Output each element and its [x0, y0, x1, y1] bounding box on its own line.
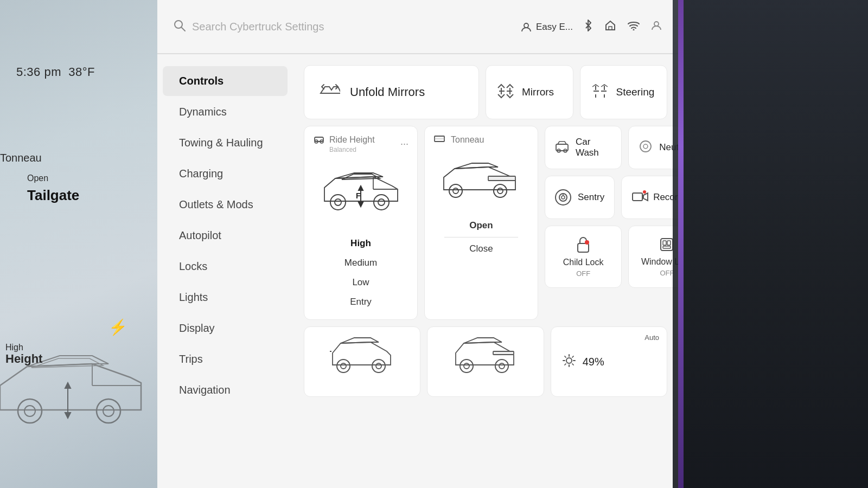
svg-point-70 — [464, 363, 469, 369]
profile-icon — [651, 20, 662, 34]
child-lock-tile[interactable]: Child Lock OFF — [545, 226, 622, 288]
partial-tile-2[interactable] — [427, 326, 544, 397]
ride-option-low[interactable]: Low — [313, 273, 409, 292]
brightness-value: 49% — [583, 356, 604, 368]
tonneau-option-open[interactable]: Open — [433, 216, 529, 235]
wifi-icon — [627, 21, 640, 33]
steering-icon — [591, 84, 609, 101]
window-lock-tile[interactable]: Window Lock OFF — [628, 226, 678, 288]
neutral-icon — [639, 139, 653, 156]
sidebar-item-display[interactable]: Display — [163, 313, 288, 343]
second-row: Ride Height Balanced ··· — [304, 126, 667, 320]
steering-label: Steering — [616, 86, 655, 98]
unfold-mirrors-icon — [320, 82, 340, 102]
sidebar-item-locks[interactable]: Locks — [163, 252, 288, 281]
svg-point-38 — [449, 184, 462, 197]
main-panel: Search Cybertruck Settings Easy E... — [157, 0, 678, 488]
ride-height-car-illustration: F — [304, 158, 417, 228]
svg-point-5 — [103, 406, 114, 416]
auto-badge: Auto — [644, 333, 659, 342]
svg-point-48 — [643, 144, 648, 149]
sidebar-item-autopilot[interactable]: Autopilot — [163, 221, 288, 251]
content-area: Unfold Mirrors Mirrors — [293, 54, 678, 488]
car-interior-right — [673, 0, 868, 488]
svg-point-64 — [341, 363, 346, 369]
svg-point-4 — [97, 399, 120, 423]
svg-point-71 — [495, 359, 508, 373]
tailgate-label: Tailgate — [27, 187, 79, 204]
svg-point-16 — [633, 29, 635, 31]
sidebar-item-trips[interactable]: Trips — [163, 344, 288, 374]
child-lock-label: Child Lock — [563, 258, 604, 267]
svg-rect-42 — [488, 176, 515, 181]
sidebar-item-controls[interactable]: Controls — [163, 66, 288, 96]
bluetooth-icon — [584, 20, 593, 34]
top-tile-row: Unfold Mirrors Mirrors — [304, 65, 667, 119]
child-window-lock-row: Child Lock OFF Window Lock — [545, 226, 678, 288]
svg-point-26 — [378, 199, 385, 206]
svg-rect-18 — [315, 137, 323, 142]
svg-point-23 — [330, 195, 346, 210]
svg-marker-31 — [359, 202, 363, 207]
more-icon[interactable]: ··· — [400, 138, 409, 150]
brightness-icon — [562, 354, 576, 370]
home-icon — [604, 20, 616, 34]
car-illustration — [0, 334, 157, 445]
sidebar-item-outlets[interactable]: Outlets & Mods — [163, 190, 288, 220]
mirrors-label: Mirrors — [522, 86, 554, 98]
unfold-mirrors-tile[interactable]: Unfold Mirrors — [304, 65, 479, 119]
search-area[interactable]: Search Cybertruck Settings — [174, 20, 324, 34]
svg-rect-60 — [663, 246, 671, 248]
ride-option-medium[interactable]: Medium — [313, 253, 409, 273]
svg-point-74 — [566, 358, 572, 363]
tonneau-car-illustration — [425, 150, 538, 213]
svg-point-66 — [376, 363, 381, 369]
ride-height-options: High Medium Low Entry — [304, 228, 417, 319]
mirrors-tile[interactable]: Mirrors — [486, 65, 573, 119]
tonneau-label: Tonneau — [0, 152, 42, 164]
sidebar-item-navigation[interactable]: Navigation — [163, 375, 288, 405]
sentry-tile[interactable]: Sentry — [545, 176, 615, 219]
sentry-label: Sentry — [578, 192, 604, 203]
sidebar-item-dynamics[interactable]: Dynamics — [163, 97, 288, 127]
car-wash-tile[interactable]: Car Wash — [545, 126, 622, 169]
svg-point-3 — [24, 406, 35, 416]
ride-option-entry[interactable]: Entry — [313, 292, 409, 312]
svg-marker-32 — [359, 186, 363, 190]
svg-point-56 — [585, 240, 589, 245]
partial-tile-1-content — [304, 327, 420, 381]
sidebar-item-lights[interactable]: Lights — [163, 282, 288, 312]
car-wash-neutral-row: Car Wash Neutral — [545, 126, 678, 169]
ride-height-tile[interactable]: Ride Height Balanced ··· — [304, 126, 418, 320]
tonneau-tile[interactable]: Tonneau — [424, 126, 538, 320]
open-label: Open — [27, 174, 48, 183]
partial-tile-1[interactable] — [304, 326, 420, 397]
svg-point-63 — [337, 359, 350, 373]
user-profile[interactable]: Easy E... — [521, 22, 573, 33]
search-input[interactable]: Search Cybertruck Settings — [192, 21, 324, 33]
neutral-tile[interactable]: Neutral — [628, 126, 678, 169]
steering-tile[interactable]: Steering — [580, 65, 668, 119]
sidebar-item-towing[interactable]: Towing & Hauling — [163, 128, 288, 158]
svg-point-25 — [374, 195, 389, 210]
ride-height-header: Ride Height Balanced ··· — [304, 126, 417, 158]
mirrors-icon — [497, 84, 514, 101]
sidebar-item-charging[interactable]: Charging — [163, 159, 288, 189]
time-temp: 5:36 pm 38°F — [16, 65, 95, 79]
svg-rect-52 — [633, 193, 642, 201]
recording-tile[interactable]: Recording — [621, 176, 678, 219]
brightness-tile[interactable]: 49% Auto — [551, 326, 667, 397]
tonneau-header: Tonneau — [425, 126, 538, 150]
svg-marker-68 — [464, 338, 502, 343]
tonneau-icon — [433, 134, 445, 146]
tonneau-divider — [444, 237, 518, 237]
window-lock-sub: OFF — [660, 269, 674, 277]
svg-marker-62 — [341, 338, 379, 343]
svg-rect-58 — [663, 241, 666, 245]
tonneau-option-close[interactable]: Close — [433, 240, 529, 258]
ride-option-high[interactable]: High — [313, 234, 409, 253]
svg-marker-11 — [65, 383, 71, 388]
svg-point-39 — [453, 188, 458, 194]
svg-point-54 — [643, 190, 646, 194]
height-label-left: Height — [5, 352, 42, 366]
